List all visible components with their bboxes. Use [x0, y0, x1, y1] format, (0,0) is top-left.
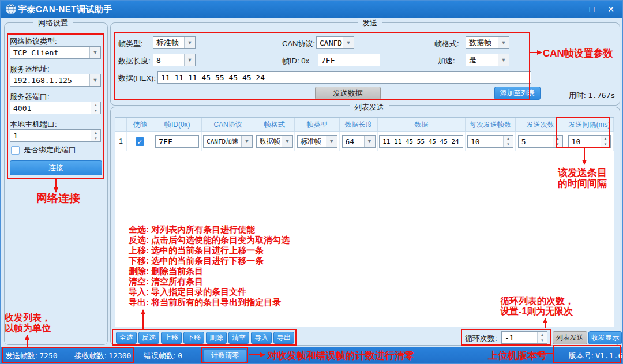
chevron-down-icon: ▼ — [184, 54, 195, 66]
row-send-count-stepper[interactable]: 5▲▼ — [518, 135, 563, 148]
row-can-protocol-select[interactable]: CANFD加速▼ — [203, 135, 253, 148]
spinner-arrows-icon[interactable]: ▲▼ — [503, 136, 513, 147]
chevron-down-icon: ▼ — [89, 74, 100, 86]
table-row: 1 ✓ CANFD加速▼ 数据帧▼ 标准帧▼ 64▼ 10▲▼ 5▲▼ 10▲▼ — [115, 132, 614, 151]
loop-count-stepper[interactable]: -1 ▲▼ — [501, 331, 547, 344]
spinner-arrows-icon[interactable]: ▲▼ — [553, 136, 562, 147]
clear-button[interactable]: 清空 — [228, 332, 249, 344]
row-frame-format-select[interactable]: 数据帧▼ — [256, 135, 293, 148]
version-note: 上位机版本号 — [488, 349, 547, 362]
chevron-down-icon: ▼ — [282, 136, 292, 147]
network-settings-legend: 网络设置 — [33, 18, 73, 28]
maximize-button[interactable]: □ — [583, 1, 601, 18]
chevron-down-icon: ▼ — [498, 54, 509, 66]
send-legend: 发送 — [358, 18, 382, 28]
version: 版本号: V1.1.6 — [569, 351, 622, 361]
list-send-button[interactable]: 列表发送 — [553, 331, 587, 344]
chevron-down-icon: ▼ — [343, 37, 354, 48]
frame-format-label: 帧格式: — [434, 39, 459, 49]
instruction-line: 反选: 点击后勾选使能的条目变为取消勾选 — [129, 235, 290, 245]
elapsed-label: 用时: — [569, 91, 586, 100]
protocol-value: TCP Client — [10, 48, 89, 57]
spinner-arrows-icon[interactable]: ▲▼ — [537, 332, 547, 343]
loop-count-value: -1 — [502, 333, 537, 342]
instruction-line: 全选: 对列表内所有条目进行使能 — [129, 224, 290, 235]
import-button[interactable]: 导入 — [251, 332, 272, 344]
data-length-label: 数据长度: — [118, 56, 151, 66]
row-frame-type-select[interactable]: 标准帧▼ — [297, 135, 337, 148]
chevron-down-icon: ▼ — [89, 47, 100, 58]
local-port-stepper[interactable]: 1 ▲▼ — [10, 129, 101, 142]
chevron-down-icon: ▼ — [364, 136, 375, 147]
can-protocol-value: CANFD — [317, 39, 343, 47]
col-enable: 使能 — [127, 118, 153, 132]
protocol-select[interactable]: TCP Client ▼ — [10, 46, 101, 59]
send-data-button[interactable]: 发送数据 — [315, 87, 381, 100]
row-interval-stepper[interactable]: 10▲▼ — [568, 135, 611, 148]
row-data-length-select[interactable]: 64▼ — [342, 135, 376, 148]
data-length-value: 8 — [153, 56, 184, 65]
frame-type-label: 帧类型: — [118, 39, 143, 49]
frame-format-select[interactable]: 数据帧 ▼ — [466, 36, 509, 49]
add-to-list-button[interactable]: 添加至列表 — [494, 87, 541, 100]
spinner-arrows-icon[interactable]: ▲▼ — [91, 102, 100, 114]
counter-reset-button[interactable]: 计数清零 — [204, 349, 246, 362]
invert-select-button[interactable]: 反选 — [138, 332, 159, 344]
server-port-stepper[interactable]: 4001 ▲▼ — [10, 102, 101, 114]
rx-tx-list-note-line2: 以帧为单位 — [5, 322, 51, 335]
chevron-down-icon: ▼ — [241, 136, 252, 147]
row-enable-checkbox[interactable]: ✓ — [136, 137, 144, 146]
move-up-button[interactable]: 上移 — [161, 332, 182, 344]
move-down-button[interactable]: 下移 — [183, 332, 204, 344]
list-buttons-instructions: 全选: 对列表内所有条目进行使能 反选: 点击后勾选使能的条目变为取消勾选 上移… — [129, 224, 290, 307]
instruction-line: 清空: 清空所有条目 — [129, 276, 290, 287]
can-frame-params-note: CAN帧设置参数 — [543, 47, 613, 60]
server-addr-label: 服务器地址: — [10, 64, 50, 74]
frame-id-label: 帧ID: 0x — [282, 56, 309, 66]
row-data-input[interactable] — [379, 135, 463, 148]
delete-button[interactable]: 删除 — [206, 332, 227, 344]
spinner-arrows-icon[interactable]: ▲▼ — [91, 130, 100, 141]
col-index — [115, 118, 127, 132]
connect-button[interactable]: 连接 — [10, 160, 102, 175]
select-all-button[interactable]: 全选 — [116, 332, 137, 344]
data-length-select[interactable]: 8 ▼ — [153, 54, 196, 66]
chevron-down-icon: ▼ — [498, 37, 509, 48]
rx-tx-display-button[interactable]: 收发显示 — [588, 331, 622, 344]
server-addr-select[interactable]: 192.168.1.125 ▼ — [10, 74, 101, 87]
minimize-button[interactable]: – — [549, 1, 566, 18]
instruction-line: 上移: 选中的当前条目进行上移一条 — [129, 245, 290, 256]
network-connect-note: 网络连接 — [36, 191, 80, 206]
tx-frames: 发送帧数: 7250 — [5, 351, 58, 361]
window-title: 宇泰CAN-NET调试助手 — [18, 4, 112, 15]
col-can-protocol: CAN协议 — [202, 118, 255, 132]
err-frames: 错误帧数: 0 — [144, 351, 182, 361]
chevron-down-icon: ▼ — [184, 37, 195, 48]
col-data: 数据 — [378, 118, 466, 132]
spinner-arrows-icon[interactable]: ▲▼ — [601, 136, 610, 147]
protocol-label: 网络协议类型: — [10, 36, 57, 47]
data-hex-input[interactable] — [157, 71, 531, 84]
list-send-legend: 列表发送 — [350, 102, 389, 112]
close-button[interactable]: ✕ — [602, 1, 620, 18]
export-button[interactable]: 导出 — [273, 332, 294, 344]
accel-label: 加速: — [438, 56, 455, 66]
server-addr-value: 192.168.1.125 — [10, 76, 89, 85]
can-protocol-label: CAN协议: — [282, 39, 315, 49]
server-port-value: 4001 — [10, 104, 91, 112]
titlebar: 宇泰CAN-NET调试助手 – □ ✕ — [1, 1, 623, 18]
can-protocol-select[interactable]: CANFD ▼ — [316, 36, 354, 49]
bind-port-row: 是否绑定此端口 — [11, 145, 76, 155]
col-data-length: 数据长度 — [340, 118, 378, 132]
row-frame-id-input[interactable] — [155, 135, 199, 148]
bind-port-checkbox[interactable] — [11, 146, 20, 155]
chevron-down-icon: ▼ — [326, 136, 337, 147]
loop-note-line2: 设置-1则为无限次 — [500, 306, 573, 318]
col-frame-type: 帧类型 — [295, 118, 340, 132]
row-frames-per-send-stepper[interactable]: 10▲▼ — [467, 135, 513, 148]
accel-select[interactable]: 是 ▼ — [466, 54, 509, 66]
loop-count-label: 循环次数: — [465, 333, 497, 344]
frame-id-input[interactable] — [318, 54, 380, 66]
frame-type-select[interactable]: 标准帧 ▼ — [153, 36, 196, 49]
table-header-row: 使能 帧ID(0x) CAN协议 帧格式 帧类型 数据长度 数据 每次发送帧数 … — [115, 118, 614, 132]
